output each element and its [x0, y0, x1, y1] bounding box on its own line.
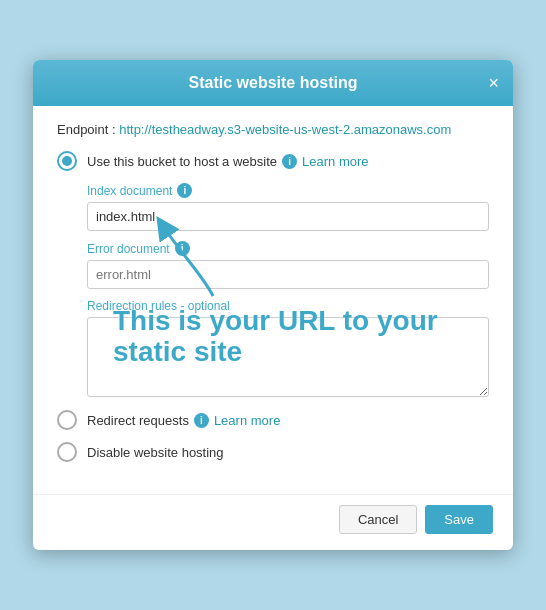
host-website-option[interactable]: Use this bucket to host a website i Lear…: [57, 151, 489, 171]
redirect-requests-info-icon[interactable]: i: [194, 413, 209, 428]
host-website-learn-more[interactable]: Learn more: [302, 154, 368, 169]
close-button[interactable]: ×: [488, 74, 499, 92]
index-document-info-icon[interactable]: i: [177, 183, 192, 198]
redirect-rules-textarea[interactable]: [87, 317, 489, 397]
dialog-body: Endpoint : http://testheadway.s3-website…: [33, 106, 513, 494]
index-document-section: Index document i: [87, 183, 489, 231]
error-document-label: Error document i: [87, 241, 489, 256]
error-document-input[interactable]: [87, 260, 489, 289]
redirect-rules-section: Redirection rules - optional: [87, 299, 489, 400]
host-website-radio[interactable]: [57, 151, 77, 171]
redirect-requests-option[interactable]: Redirect requests i Learn more: [57, 410, 489, 430]
host-website-label: Use this bucket to host a website: [87, 154, 277, 169]
redirect-requests-label: Redirect requests: [87, 413, 189, 428]
error-document-info-icon[interactable]: i: [175, 241, 190, 256]
index-document-input[interactable]: [87, 202, 489, 231]
index-document-label-text: Index document: [87, 184, 172, 198]
radio-inner: [62, 156, 72, 166]
cancel-button[interactable]: Cancel: [339, 505, 417, 534]
dialog-title: Static website hosting: [189, 74, 358, 91]
redirect-rules-label-row: Redirection rules - optional: [87, 299, 489, 313]
redirect-rules-label: Redirection rules - optional: [87, 299, 230, 313]
disable-hosting-label: Disable website hosting: [87, 445, 224, 460]
endpoint-row: Endpoint : http://testheadway.s3-website…: [57, 122, 489, 137]
static-website-hosting-dialog: Static website hosting × Endpoint : http…: [33, 60, 513, 550]
error-document-section: Error document i: [87, 241, 489, 289]
save-button[interactable]: Save: [425, 505, 493, 534]
error-document-label-text: Error document: [87, 242, 170, 256]
dialog-header: Static website hosting ×: [33, 60, 513, 106]
dialog-footer: Cancel Save: [33, 494, 513, 550]
disable-hosting-option[interactable]: Disable website hosting: [57, 442, 489, 462]
disable-hosting-radio[interactable]: [57, 442, 77, 462]
host-website-info-icon[interactable]: i: [282, 154, 297, 169]
index-document-label: Index document i: [87, 183, 489, 198]
redirect-requests-learn-more[interactable]: Learn more: [214, 413, 280, 428]
endpoint-url[interactable]: http://testheadway.s3-website-us-west-2.…: [119, 122, 451, 137]
endpoint-label: Endpoint :: [57, 122, 116, 137]
redirect-requests-radio[interactable]: [57, 410, 77, 430]
